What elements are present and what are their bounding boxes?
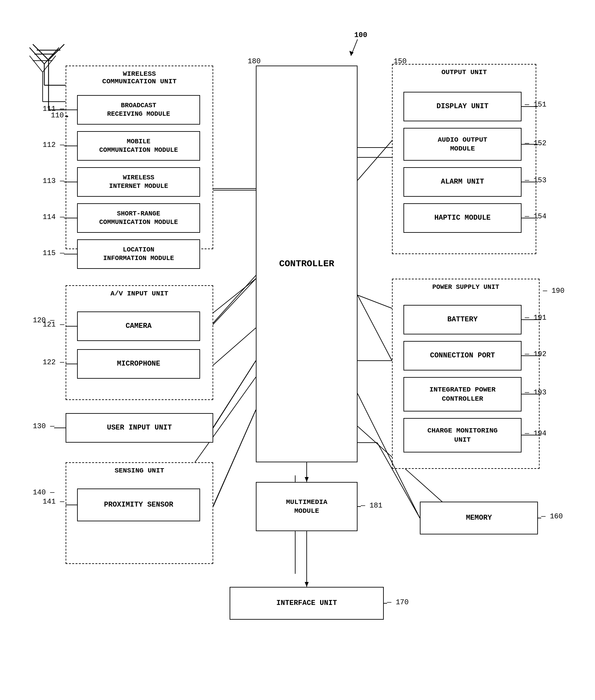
camera-box: CAMERA: [77, 312, 200, 341]
ref-114: 114 —: [42, 213, 64, 221]
diagram-container: 100 WIRELESSCOMMUNICATION UNIT 110 BROAD…: [0, 0, 595, 700]
memory-box: MEMORY: [420, 502, 538, 534]
ref-112: 112 —: [42, 141, 64, 149]
svg-line-62: [213, 361, 256, 428]
multimedia-box: MULTIMEDIAMODULE: [256, 482, 358, 531]
ref-151: — 151: [525, 101, 546, 109]
output-label: OUTPUT UNIT: [393, 68, 536, 76]
ref-115: 115 —: [42, 249, 64, 257]
ref-154: — 154: [525, 212, 546, 221]
ref-130: 130 —: [33, 422, 54, 431]
svg-line-18: [44, 48, 59, 64]
svg-line-63: [213, 410, 256, 506]
power-supply-label: POWER SUPPLY UNIT: [393, 283, 539, 291]
haptic-module-box: HAPTIC MODULE: [403, 203, 521, 233]
ref-150: 150: [394, 57, 407, 65]
location-info-box: LOCATIONINFORMATION MODULE: [77, 239, 200, 269]
ref-193: — 193: [525, 388, 546, 397]
display-unit-box: DISPLAY UNIT: [403, 92, 521, 121]
svg-line-17: [30, 48, 44, 64]
svg-line-30: [213, 275, 256, 323]
connection-port-box: CONNECTION PORT: [403, 341, 521, 371]
ref-141: 141 —: [42, 498, 64, 506]
ref-160: — 160: [541, 513, 563, 521]
wireless-internet-box: WIRELESSINTERNET MODULE: [77, 167, 200, 197]
av-input-label: A/V INPUT UNIT: [66, 290, 213, 297]
ref-190: — 190: [543, 287, 565, 295]
arrow-110: [65, 115, 68, 118]
mobile-comm-box: MOBILECOMMUNICATION MODULE: [77, 131, 200, 161]
sensing-label: SENSING UNIT: [66, 467, 213, 474]
ref-122: 122 —: [42, 358, 64, 367]
proximity-sensor-box: PROXIMITY SENSOR: [77, 489, 200, 521]
av-input-dashed: A/V INPUT UNIT: [65, 285, 213, 400]
svg-marker-22: [66, 115, 68, 118]
ref-140: 140 —: [33, 489, 54, 497]
broadcast-receiving-box: BROADCASTRECEIVING MODULE: [77, 95, 200, 124]
controller-box: CONTROLLER: [256, 65, 358, 462]
antenna-icon: [23, 44, 65, 87]
ref-191: — 191: [525, 314, 546, 322]
microphone-box: MICROPHONE: [77, 349, 200, 379]
svg-line-34: [358, 295, 392, 361]
alarm-unit-box: ALARM UNIT: [403, 167, 521, 197]
ref-192: — 192: [525, 350, 546, 358]
svg-marker-37: [305, 477, 309, 482]
ref-100-arrow: [348, 38, 367, 57]
ref-152: — 152: [525, 139, 546, 148]
user-input-box: USER INPUT UNIT: [65, 413, 213, 443]
ref-180: 180: [248, 57, 261, 65]
ref-170: — 170: [387, 599, 409, 607]
audio-output-box: AUDIO OUTPUTMODULE: [403, 128, 521, 161]
svg-line-32: [213, 410, 256, 506]
svg-line-61: [213, 279, 256, 325]
ref-113: 113 —: [42, 177, 64, 185]
wireless-comm-label: WIRELESSCOMMUNICATION UNIT: [66, 70, 213, 85]
ref-194: — 194: [525, 430, 546, 438]
interface-unit-box: INTERFACE UNIT: [230, 587, 384, 620]
battery-box: BATTERY: [403, 305, 521, 334]
charge-monitoring-box: CHARGE MONITORINGUNIT: [403, 418, 521, 453]
ref-181: — 181: [361, 502, 382, 510]
ref-153: — 153: [525, 176, 546, 184]
svg-line-31: [213, 361, 256, 428]
integrated-power-box: INTEGRATED POWERCONTROLLER: [403, 377, 521, 411]
ref-121: 121 —: [42, 321, 64, 329]
ref-111: 111 —: [42, 105, 64, 113]
svg-marker-39: [305, 582, 309, 587]
short-range-box: SHORT-RANGECOMMUNICATION MODULE: [77, 203, 200, 233]
